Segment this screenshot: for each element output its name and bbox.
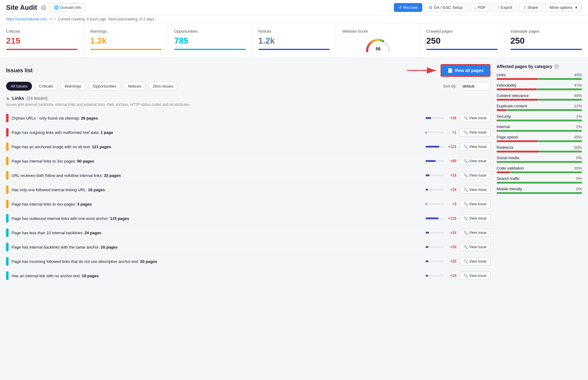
pdf-button[interactable]: ↓ PDF xyxy=(470,3,491,12)
domain-info-label: Domain info xyxy=(60,5,81,10)
issue-pages: 18 pages xyxy=(88,188,105,192)
sidebar-category-mobile-friendly[interactable]: Mobile friendly 0% xyxy=(497,187,582,194)
sidebar-bar-bg xyxy=(497,99,582,101)
issue-pages: 33 pages xyxy=(104,173,121,178)
issue-text: Page has internal links to 4xx pages: 3 … xyxy=(12,202,426,206)
sidebar-bar-red xyxy=(497,171,510,173)
view-all-pages-button[interactable]: 📄 View all pages xyxy=(441,64,491,77)
chevron-down-icon: ▾ xyxy=(575,5,577,10)
tab-notices[interactable]: Notices xyxy=(123,82,146,91)
sidebar-bar-green xyxy=(538,78,582,80)
stat-warnings[interactable]: Warnings 1.2k xyxy=(84,23,168,58)
export-button[interactable]: ↑ Export xyxy=(493,3,517,12)
view-issue-button[interactable]: 🔍 View issue xyxy=(459,157,491,165)
help-icon[interactable]: ? xyxy=(41,5,46,10)
search-icon: 🔍 xyxy=(463,173,468,177)
tab-zero-issues[interactable]: Zero issues xyxy=(148,82,178,91)
view-issue-button[interactable]: 🔍 View issue xyxy=(459,229,491,237)
issue-mini-bar-bg xyxy=(426,189,444,191)
view-issue-button[interactable]: 🔍 View issue xyxy=(459,114,491,122)
stat-opportunities[interactable]: Opportunities 785 xyxy=(168,23,252,58)
sidebar-category-pct: 16% xyxy=(574,166,582,170)
sidebar-category-label: Redirects xyxy=(497,145,513,150)
sidebar-category-pct: 47% xyxy=(574,83,582,88)
more-options-button[interactable]: More options ▾ xyxy=(545,3,582,12)
sidebar-category-indexability[interactable]: Indexability 47% xyxy=(497,83,582,90)
stat-indexable-pages[interactable]: Indexable pages 250 xyxy=(504,23,588,58)
view-issue-button[interactable]: 🔍 View issue xyxy=(459,186,491,194)
recrawl-button[interactable]: ↺ Recrawl xyxy=(394,3,422,12)
sidebar-category-security[interactable]: Security 1% xyxy=(497,114,582,121)
sidebar-category-redirects[interactable]: Redirects 50% xyxy=(497,145,582,152)
issue-pages: 20 pages xyxy=(140,259,157,264)
sidebar-bar-bg xyxy=(497,161,582,163)
stat-indexable-pages-value: 250 xyxy=(510,36,582,46)
tab-warnings[interactable]: Warnings xyxy=(60,82,86,91)
view-issue-label: View issue xyxy=(469,159,487,163)
issue-item: Page has less than 10 internal backlinks… xyxy=(6,226,491,240)
sidebar-category-search-traffic[interactable]: Search traffic 0% xyxy=(497,176,582,184)
stat-warnings-bar xyxy=(90,49,162,50)
sidebar-category-code-validation[interactable]: Code validation 16% xyxy=(497,166,582,173)
stat-crawled-pages[interactable]: Crawled pages 250 xyxy=(420,23,504,58)
sidebar: Affected pages by category i Links 49% I… xyxy=(497,64,582,283)
sort-select[interactable]: default by pages by severity xyxy=(459,82,491,90)
view-issue-button[interactable]: 🔍 View issue xyxy=(459,200,491,208)
info-icon[interactable]: i xyxy=(554,64,559,69)
stat-criticals[interactable]: Criticals 215 xyxy=(0,23,84,58)
view-issue-button[interactable]: 🔍 View issue xyxy=(459,171,491,179)
domain-info-button[interactable]: 🌐 Domain info xyxy=(50,3,85,12)
issue-pages: 20 pages xyxy=(101,245,118,249)
ga-gsc-button[interactable]: G GA / GSC Setup xyxy=(425,3,467,12)
issue-count-bar: +20 xyxy=(426,259,456,263)
sidebar-category-content-relevance[interactable]: Content relevance 49% xyxy=(497,93,582,101)
view-issue-button[interactable]: 🔍 View issue xyxy=(459,143,491,151)
stat-opportunities-bar xyxy=(174,49,246,50)
search-icon: 🔍 xyxy=(463,245,468,249)
tab-criticals[interactable]: Criticals xyxy=(34,82,58,91)
sidebar-bar-green xyxy=(537,88,582,90)
sidebar-category-social-media[interactable]: Social media 0% xyxy=(497,156,582,163)
issue-item: URL receives both follow and nofollow in… xyxy=(6,168,491,183)
stat-indexable-pages-bar xyxy=(510,49,582,50)
issue-right: +90 🔍 View issue xyxy=(426,157,491,165)
stat-criticals-value: 215 xyxy=(6,36,78,46)
sidebar-category-internal[interactable]: Internal 2% xyxy=(497,124,582,132)
sidebar-category-page-speed[interactable]: Page speed 49% xyxy=(497,135,582,142)
view-issue-button[interactable]: 🔍 View issue xyxy=(459,272,491,280)
dot-separator: • xyxy=(54,17,55,21)
sidebar-category-duplicate-content[interactable]: Duplicate content 12% xyxy=(497,104,582,111)
tab-all-issues[interactable]: All issues xyxy=(6,82,32,91)
view-issue-label: View issue xyxy=(469,130,487,134)
view-issue-button[interactable]: 🔍 View issue xyxy=(459,128,491,136)
issue-count-bar: +18 xyxy=(426,188,456,192)
site-url-link[interactable]: https://sureshotbrew.com xyxy=(6,17,47,21)
search-icon: 🔍 xyxy=(463,216,468,220)
share-button[interactable]: ⤴ Share xyxy=(519,3,543,12)
issue-mini-bar-bg xyxy=(426,260,444,262)
issue-count-bar: +115 xyxy=(426,216,456,220)
issue-severity-indicator xyxy=(6,228,9,237)
sidebar-category-links[interactable]: Links 49% xyxy=(497,73,582,80)
search-icon: 🔍 xyxy=(463,159,468,163)
document-icon: 📄 xyxy=(448,68,453,73)
issue-severity-indicator xyxy=(6,271,9,280)
issue-count-bar: +90 xyxy=(426,159,456,163)
tab-opportunities[interactable]: Opportunities xyxy=(88,82,121,91)
stat-website-score[interactable]: Website Score 58 xyxy=(336,23,420,58)
sidebar-item-header: Mobile friendly 0% xyxy=(497,187,582,191)
issue-delta: +3 xyxy=(446,202,456,206)
search-icon: 🔍 xyxy=(463,145,468,149)
view-issue-button[interactable]: 🔍 View issue xyxy=(459,214,491,222)
search-icon: 🔍 xyxy=(463,130,468,134)
filter-row: All issues Criticals Warnings Opportunit… xyxy=(6,82,491,91)
category-header[interactable]: ▲ Links (14 issues) xyxy=(6,95,491,101)
view-issue-button[interactable]: 🔍 View issue xyxy=(459,243,491,251)
stat-crawled-pages-label: Crawled pages xyxy=(426,29,498,34)
ga-icon: G xyxy=(429,5,432,10)
sidebar-item-header: Page speed 49% xyxy=(497,135,582,139)
sidebar-bar-bg xyxy=(497,192,582,194)
stat-notices[interactable]: Notices 1.2k xyxy=(252,23,336,58)
view-issue-button[interactable]: 🔍 View issue xyxy=(459,257,491,265)
category-count: (14 issues) xyxy=(27,96,47,101)
